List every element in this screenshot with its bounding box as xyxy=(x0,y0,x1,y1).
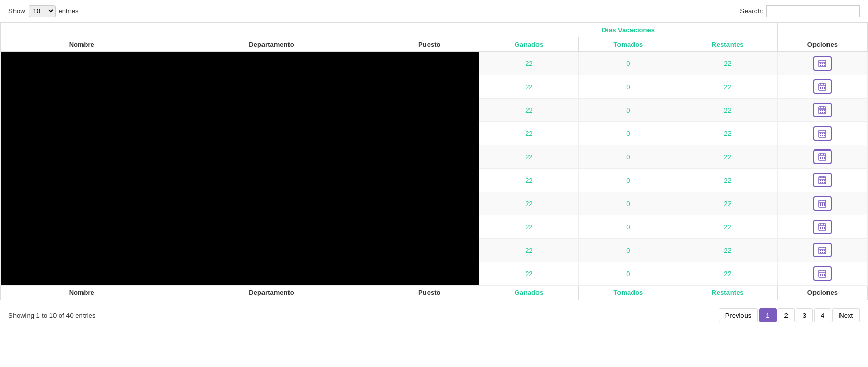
cell-tomados: 0 xyxy=(578,99,678,122)
col-nombre: Nombre xyxy=(1,37,163,52)
calendar-button[interactable] xyxy=(813,173,832,187)
cell-departamento xyxy=(163,52,380,286)
svg-rect-68 xyxy=(822,205,823,206)
calendar-button[interactable] xyxy=(813,126,832,141)
svg-rect-75 xyxy=(822,227,823,228)
group-nombre-empty xyxy=(1,23,163,37)
svg-rect-8 xyxy=(822,65,823,66)
footer-ganados: Ganados xyxy=(479,286,579,300)
cell-opciones xyxy=(777,52,867,75)
cell-puesto xyxy=(380,52,479,286)
cell-ganados: 22 xyxy=(479,192,579,215)
group-opciones-empty xyxy=(777,23,867,37)
svg-rect-77 xyxy=(820,228,821,229)
svg-rect-65 xyxy=(822,203,823,205)
dias-vacaciones-header: Dias Vacaciones xyxy=(479,23,778,37)
calendar-button[interactable] xyxy=(813,196,832,211)
svg-rect-14 xyxy=(820,87,821,88)
footer-tomados: Tomados xyxy=(578,286,678,300)
pagination-page-4[interactable]: 4 xyxy=(814,308,831,322)
cell-restantes: 22 xyxy=(678,192,778,215)
cell-restantes: 22 xyxy=(678,169,778,192)
svg-rect-47 xyxy=(820,158,821,159)
calendar-button[interactable] xyxy=(813,79,832,94)
cell-restantes: 22 xyxy=(678,75,778,99)
cell-opciones xyxy=(777,99,867,122)
cell-ganados: 22 xyxy=(479,239,579,262)
svg-rect-58 xyxy=(822,182,823,183)
cell-tomados: 0 xyxy=(578,215,678,239)
cell-opciones xyxy=(777,262,867,286)
svg-rect-46 xyxy=(824,157,825,158)
footer-opciones: Opciones xyxy=(777,286,867,300)
cell-ganados: 22 xyxy=(479,215,579,239)
col-restantes: Restantes xyxy=(678,37,778,52)
footer-departamento: Departamento xyxy=(163,286,380,300)
svg-rect-48 xyxy=(822,158,823,159)
cell-ganados: 22 xyxy=(479,169,579,192)
calendar-button[interactable] xyxy=(813,243,832,257)
col-tomados: Tomados xyxy=(578,37,678,52)
svg-rect-96 xyxy=(824,274,825,275)
svg-rect-76 xyxy=(824,227,825,228)
pagination-page-2[interactable]: 2 xyxy=(778,308,795,322)
cell-restantes: 22 xyxy=(678,145,778,169)
group-puesto-empty xyxy=(380,23,479,37)
svg-rect-24 xyxy=(820,110,821,111)
svg-rect-15 xyxy=(822,87,823,88)
svg-rect-98 xyxy=(822,275,823,276)
svg-rect-25 xyxy=(822,110,823,111)
svg-rect-9 xyxy=(824,65,825,66)
calendar-button[interactable] xyxy=(813,149,832,164)
pagination-next[interactable]: Next xyxy=(832,308,860,322)
group-dept-empty xyxy=(163,23,380,37)
col-puesto: Puesto xyxy=(380,37,479,52)
cell-restantes: 22 xyxy=(678,52,778,75)
cell-ganados: 22 xyxy=(479,122,579,145)
svg-rect-54 xyxy=(820,180,821,181)
svg-rect-37 xyxy=(820,135,821,136)
svg-rect-29 xyxy=(824,112,825,113)
col-opciones: Opciones xyxy=(777,37,867,52)
cell-ganados: 22 xyxy=(479,262,579,286)
cell-tomados: 0 xyxy=(578,75,678,99)
svg-rect-26 xyxy=(824,110,825,111)
table-body: 2202222022220222202222022220222202222022… xyxy=(1,52,868,286)
search-input[interactable] xyxy=(766,5,860,17)
svg-rect-74 xyxy=(820,227,821,228)
svg-rect-35 xyxy=(822,133,823,134)
calendar-button[interactable] xyxy=(813,266,832,281)
footer-puesto: Puesto xyxy=(380,286,479,300)
svg-rect-4 xyxy=(820,63,821,64)
svg-rect-55 xyxy=(822,180,823,181)
svg-rect-38 xyxy=(822,135,823,136)
cell-ganados: 22 xyxy=(479,145,579,169)
svg-rect-78 xyxy=(822,228,823,229)
svg-rect-57 xyxy=(820,182,821,183)
calendar-button[interactable] xyxy=(813,103,832,117)
cell-opciones xyxy=(777,75,867,99)
calendar-button[interactable] xyxy=(813,56,832,71)
cell-tomados: 0 xyxy=(578,239,678,262)
svg-rect-36 xyxy=(824,133,825,134)
svg-rect-94 xyxy=(820,274,821,275)
entries-select[interactable]: 10 25 50 100 xyxy=(29,5,56,17)
show-entries-control: Show 10 25 50 100 entries xyxy=(8,5,79,17)
pagination-page-3[interactable]: 3 xyxy=(796,308,813,322)
pagination-page-1[interactable]: 1 xyxy=(759,308,776,322)
table-row: 22022 xyxy=(1,52,868,75)
cell-tomados: 0 xyxy=(578,122,678,145)
pagination: Previous 1 2 3 4 Next xyxy=(719,308,860,322)
svg-rect-66 xyxy=(824,203,825,205)
svg-rect-89 xyxy=(824,252,825,253)
svg-rect-64 xyxy=(820,203,821,205)
cell-opciones xyxy=(777,169,867,192)
cell-restantes: 22 xyxy=(678,99,778,122)
footer-restantes: Restantes xyxy=(678,286,778,300)
svg-rect-67 xyxy=(820,205,821,206)
calendar-button[interactable] xyxy=(813,220,832,234)
cell-tomados: 0 xyxy=(578,52,678,75)
pagination-previous[interactable]: Previous xyxy=(719,308,759,322)
svg-rect-95 xyxy=(822,274,823,275)
svg-rect-19 xyxy=(824,88,825,89)
